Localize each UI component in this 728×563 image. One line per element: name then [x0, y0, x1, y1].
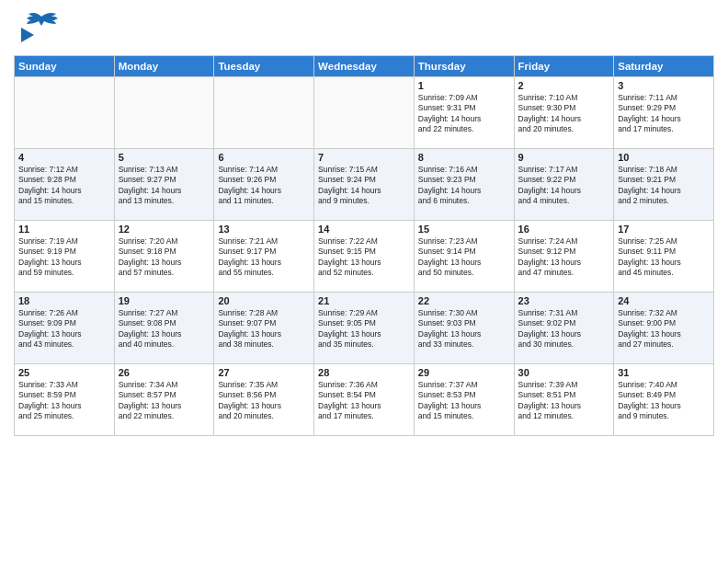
day-number: 20 — [218, 295, 310, 306]
calendar-header-monday: Monday — [114, 56, 214, 77]
day-info: Sunrise: 7:16 AM Sunset: 9:23 PM Dayligh… — [418, 165, 510, 207]
calendar-week-1: 1Sunrise: 7:09 AM Sunset: 9:31 PM Daylig… — [15, 77, 714, 149]
header — [14, 9, 714, 50]
page: SundayMondayTuesdayWednesdayThursdayFrid… — [0, 0, 728, 563]
day-info: Sunrise: 7:19 AM Sunset: 9:19 PM Dayligh… — [18, 236, 110, 279]
calendar-cell: 23Sunrise: 7:31 AM Sunset: 9:02 PM Dayli… — [514, 293, 614, 364]
day-info: Sunrise: 7:14 AM Sunset: 9:26 PM Dayligh… — [218, 165, 310, 207]
day-number: 17 — [618, 224, 710, 235]
day-number: 11 — [18, 224, 110, 235]
day-info: Sunrise: 7:29 AM Sunset: 9:05 PM Dayligh… — [318, 308, 410, 350]
calendar-header-saturday: Saturday — [614, 56, 714, 77]
day-number: 2 — [518, 80, 610, 91]
day-info: Sunrise: 7:23 AM Sunset: 9:14 PM Dayligh… — [418, 236, 510, 279]
calendar-cell: 15Sunrise: 7:23 AM Sunset: 9:14 PM Dayli… — [414, 221, 514, 293]
day-info: Sunrise: 7:15 AM Sunset: 9:24 PM Dayligh… — [318, 165, 410, 207]
day-info: Sunrise: 7:09 AM Sunset: 9:31 PM Dayligh… — [418, 93, 510, 135]
day-number: 23 — [518, 295, 610, 306]
day-number: 3 — [618, 80, 710, 91]
day-number: 14 — [318, 224, 410, 235]
calendar-header-friday: Friday — [514, 56, 614, 77]
calendar-cell: 31Sunrise: 7:40 AM Sunset: 8:49 PM Dayli… — [614, 364, 714, 436]
day-info: Sunrise: 7:13 AM Sunset: 9:27 PM Dayligh… — [119, 165, 210, 207]
day-number: 18 — [18, 295, 110, 306]
calendar-cell: 22Sunrise: 7:30 AM Sunset: 9:03 PM Dayli… — [414, 293, 514, 364]
day-number: 12 — [119, 224, 210, 235]
day-info: Sunrise: 7:17 AM Sunset: 9:22 PM Dayligh… — [518, 165, 610, 207]
calendar-cell: 14Sunrise: 7:22 AM Sunset: 9:15 PM Dayli… — [314, 221, 415, 293]
calendar-cell: 24Sunrise: 7:32 AM Sunset: 9:00 PM Dayli… — [614, 293, 714, 364]
day-info: Sunrise: 7:34 AM Sunset: 8:57 PM Dayligh… — [119, 380, 210, 422]
calendar-cell: 8Sunrise: 7:16 AM Sunset: 9:23 PM Daylig… — [414, 149, 514, 221]
day-info: Sunrise: 7:21 AM Sunset: 9:17 PM Dayligh… — [218, 236, 310, 279]
day-info: Sunrise: 7:25 AM Sunset: 9:11 PM Dayligh… — [618, 236, 710, 279]
day-info: Sunrise: 7:18 AM Sunset: 9:21 PM Dayligh… — [618, 165, 710, 207]
calendar-cell: 20Sunrise: 7:28 AM Sunset: 9:07 PM Dayli… — [214, 293, 314, 364]
calendar-header-thursday: Thursday — [414, 56, 514, 77]
calendar-cell: 17Sunrise: 7:25 AM Sunset: 9:11 PM Dayli… — [614, 221, 714, 293]
logo-icon — [14, 9, 60, 50]
day-number: 26 — [119, 367, 210, 378]
calendar-cell: 27Sunrise: 7:35 AM Sunset: 8:56 PM Dayli… — [214, 364, 314, 436]
calendar-cell: 30Sunrise: 7:39 AM Sunset: 8:51 PM Dayli… — [514, 364, 614, 436]
day-info: Sunrise: 7:26 AM Sunset: 9:09 PM Dayligh… — [18, 308, 110, 350]
calendar-week-2: 4Sunrise: 7:12 AM Sunset: 9:28 PM Daylig… — [15, 149, 714, 221]
calendar-header-sunday: Sunday — [15, 56, 115, 77]
calendar-cell: 21Sunrise: 7:29 AM Sunset: 9:05 PM Dayli… — [314, 293, 415, 364]
svg-marker-0 — [21, 28, 34, 42]
day-number: 9 — [518, 152, 610, 163]
day-number: 22 — [418, 295, 510, 306]
day-info: Sunrise: 7:37 AM Sunset: 8:53 PM Dayligh… — [418, 380, 510, 422]
day-info: Sunrise: 7:27 AM Sunset: 9:08 PM Dayligh… — [119, 308, 210, 350]
day-number: 8 — [418, 152, 510, 163]
calendar-cell: 10Sunrise: 7:18 AM Sunset: 9:21 PM Dayli… — [614, 149, 714, 221]
calendar-cell — [15, 77, 115, 149]
calendar-cell: 7Sunrise: 7:15 AM Sunset: 9:24 PM Daylig… — [314, 149, 415, 221]
calendar-header-row: SundayMondayTuesdayWednesdayThursdayFrid… — [15, 56, 714, 77]
day-number: 27 — [218, 367, 310, 378]
calendar-header-tuesday: Tuesday — [214, 56, 314, 77]
day-info: Sunrise: 7:10 AM Sunset: 9:30 PM Dayligh… — [518, 93, 610, 135]
day-info: Sunrise: 7:40 AM Sunset: 8:49 PM Dayligh… — [618, 380, 710, 422]
calendar-cell — [314, 77, 415, 149]
calendar-cell: 6Sunrise: 7:14 AM Sunset: 9:26 PM Daylig… — [214, 149, 314, 221]
day-number: 31 — [618, 367, 710, 378]
day-info: Sunrise: 7:36 AM Sunset: 8:54 PM Dayligh… — [318, 380, 410, 422]
day-info: Sunrise: 7:31 AM Sunset: 9:02 PM Dayligh… — [518, 308, 610, 350]
calendar-week-3: 11Sunrise: 7:19 AM Sunset: 9:19 PM Dayli… — [15, 221, 714, 293]
day-number: 15 — [418, 224, 510, 235]
calendar-cell: 28Sunrise: 7:36 AM Sunset: 8:54 PM Dayli… — [314, 364, 415, 436]
day-info: Sunrise: 7:20 AM Sunset: 9:18 PM Dayligh… — [119, 236, 210, 279]
calendar-cell: 26Sunrise: 7:34 AM Sunset: 8:57 PM Dayli… — [114, 364, 214, 436]
calendar-table: SundayMondayTuesdayWednesdayThursdayFrid… — [14, 55, 714, 436]
calendar-cell: 4Sunrise: 7:12 AM Sunset: 9:28 PM Daylig… — [15, 149, 115, 221]
calendar-cell: 25Sunrise: 7:33 AM Sunset: 8:59 PM Dayli… — [15, 364, 115, 436]
calendar-week-5: 25Sunrise: 7:33 AM Sunset: 8:59 PM Dayli… — [15, 364, 714, 436]
day-info: Sunrise: 7:32 AM Sunset: 9:00 PM Dayligh… — [618, 308, 710, 350]
logo — [14, 9, 60, 50]
day-info: Sunrise: 7:24 AM Sunset: 9:12 PM Dayligh… — [518, 236, 610, 279]
day-number: 1 — [418, 80, 510, 91]
day-number: 10 — [618, 152, 710, 163]
day-number: 19 — [119, 295, 210, 306]
day-number: 5 — [119, 152, 210, 163]
day-info: Sunrise: 7:35 AM Sunset: 8:56 PM Dayligh… — [218, 380, 310, 422]
calendar-cell: 9Sunrise: 7:17 AM Sunset: 9:22 PM Daylig… — [514, 149, 614, 221]
day-info: Sunrise: 7:30 AM Sunset: 9:03 PM Dayligh… — [418, 308, 510, 350]
day-info: Sunrise: 7:33 AM Sunset: 8:59 PM Dayligh… — [18, 380, 110, 422]
calendar-cell: 3Sunrise: 7:11 AM Sunset: 9:29 PM Daylig… — [614, 77, 714, 149]
day-info: Sunrise: 7:39 AM Sunset: 8:51 PM Dayligh… — [518, 380, 610, 422]
day-number: 24 — [618, 295, 710, 306]
calendar-cell: 19Sunrise: 7:27 AM Sunset: 9:08 PM Dayli… — [114, 293, 214, 364]
day-info: Sunrise: 7:22 AM Sunset: 9:15 PM Dayligh… — [318, 236, 410, 279]
day-info: Sunrise: 7:11 AM Sunset: 9:29 PM Dayligh… — [618, 93, 710, 135]
day-info: Sunrise: 7:28 AM Sunset: 9:07 PM Dayligh… — [218, 308, 310, 350]
day-number: 16 — [518, 224, 610, 235]
day-number: 6 — [218, 152, 310, 163]
calendar-cell: 1Sunrise: 7:09 AM Sunset: 9:31 PM Daylig… — [414, 77, 514, 149]
calendar-cell — [114, 77, 214, 149]
day-number: 25 — [18, 367, 110, 378]
calendar-cell: 2Sunrise: 7:10 AM Sunset: 9:30 PM Daylig… — [514, 77, 614, 149]
day-info: Sunrise: 7:12 AM Sunset: 9:28 PM Dayligh… — [18, 165, 110, 207]
day-number: 13 — [218, 224, 310, 235]
